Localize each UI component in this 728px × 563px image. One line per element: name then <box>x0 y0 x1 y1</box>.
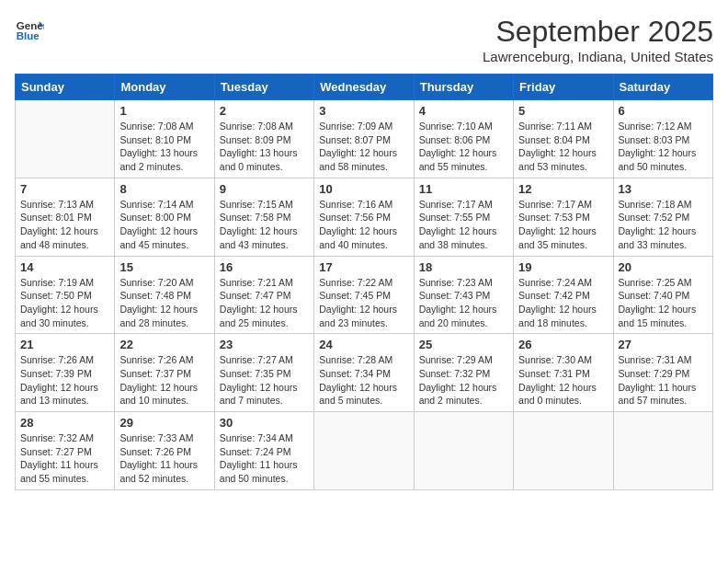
weekday-header-thursday: Thursday <box>414 75 513 100</box>
calendar-cell <box>16 100 115 178</box>
calendar-cell: 30Sunrise: 7:34 AM Sunset: 7:24 PM Dayli… <box>214 412 313 490</box>
day-info: Sunrise: 7:13 AM Sunset: 8:01 PM Dayligh… <box>20 198 109 252</box>
day-info: Sunrise: 7:20 AM Sunset: 7:48 PM Dayligh… <box>119 276 209 330</box>
calendar-cell: 17Sunrise: 7:22 AM Sunset: 7:45 PM Dayli… <box>314 256 414 334</box>
day-info: Sunrise: 7:18 AM Sunset: 7:52 PM Dayligh… <box>619 198 708 252</box>
calendar-cell: 21Sunrise: 7:26 AM Sunset: 7:39 PM Dayli… <box>16 334 115 412</box>
day-info: Sunrise: 7:09 AM Sunset: 8:07 PM Dayligh… <box>319 120 408 174</box>
calendar-cell: 12Sunrise: 7:17 AM Sunset: 7:53 PM Dayli… <box>514 178 613 256</box>
day-number: 19 <box>518 260 608 274</box>
svg-text:Blue: Blue <box>17 30 40 41</box>
day-info: Sunrise: 7:21 AM Sunset: 7:47 PM Dayligh… <box>220 276 309 330</box>
day-info: Sunrise: 7:24 AM Sunset: 7:42 PM Dayligh… <box>518 276 608 330</box>
calendar-cell <box>514 412 613 490</box>
day-number: 2 <box>220 104 309 118</box>
day-number: 7 <box>20 182 109 196</box>
calendar-cell <box>613 412 712 490</box>
day-number: 11 <box>419 182 508 196</box>
calendar-cell <box>414 412 513 490</box>
day-number: 8 <box>119 182 209 196</box>
day-number: 21 <box>20 338 109 351</box>
weekday-header-sunday: Sunday <box>16 75 115 100</box>
day-number: 9 <box>220 182 309 196</box>
title-block: September 2025 Lawrenceburg, Indiana, Un… <box>483 15 713 64</box>
day-number: 15 <box>119 260 209 274</box>
day-number: 6 <box>619 104 708 118</box>
calendar-cell: 18Sunrise: 7:23 AM Sunset: 7:43 PM Dayli… <box>414 256 513 334</box>
weekday-header-saturday: Saturday <box>613 75 712 100</box>
day-number: 20 <box>619 260 708 274</box>
day-number: 16 <box>220 260 309 274</box>
calendar-cell: 24Sunrise: 7:28 AM Sunset: 7:34 PM Dayli… <box>314 334 414 412</box>
day-number: 14 <box>20 260 109 274</box>
day-info: Sunrise: 7:22 AM Sunset: 7:45 PM Dayligh… <box>319 276 408 330</box>
calendar-cell: 3Sunrise: 7:09 AM Sunset: 8:07 PM Daylig… <box>314 100 414 178</box>
calendar-week-row: 1Sunrise: 7:08 AM Sunset: 8:10 PM Daylig… <box>16 100 713 178</box>
calendar-cell <box>314 412 414 490</box>
calendar-cell: 27Sunrise: 7:31 AM Sunset: 7:29 PM Dayli… <box>613 334 712 412</box>
calendar-cell: 23Sunrise: 7:27 AM Sunset: 7:35 PM Dayli… <box>214 334 313 412</box>
day-info: Sunrise: 7:27 AM Sunset: 7:35 PM Dayligh… <box>220 353 309 408</box>
calendar-week-row: 28Sunrise: 7:32 AM Sunset: 7:27 PM Dayli… <box>16 412 713 490</box>
day-number: 3 <box>319 104 408 118</box>
day-info: Sunrise: 7:26 AM Sunset: 7:39 PM Dayligh… <box>20 353 109 408</box>
page-header: General Blue September 2025 Lawrenceburg… <box>15 15 713 64</box>
day-info: Sunrise: 7:10 AM Sunset: 8:06 PM Dayligh… <box>419 120 508 174</box>
day-info: Sunrise: 7:17 AM Sunset: 7:55 PM Dayligh… <box>419 198 508 252</box>
calendar-week-row: 7Sunrise: 7:13 AM Sunset: 8:01 PM Daylig… <box>16 178 713 256</box>
weekday-header-monday: Monday <box>115 75 214 100</box>
day-info: Sunrise: 7:25 AM Sunset: 7:40 PM Dayligh… <box>619 276 708 330</box>
day-info: Sunrise: 7:19 AM Sunset: 7:50 PM Dayligh… <box>20 276 109 330</box>
logo: General Blue <box>15 15 44 44</box>
day-number: 13 <box>619 182 708 196</box>
calendar-cell: 4Sunrise: 7:10 AM Sunset: 8:06 PM Daylig… <box>414 100 513 178</box>
weekday-header-wednesday: Wednesday <box>314 75 414 100</box>
calendar-cell: 29Sunrise: 7:33 AM Sunset: 7:26 PM Dayli… <box>115 412 214 490</box>
day-number: 27 <box>619 338 708 351</box>
day-number: 12 <box>518 182 608 196</box>
calendar-table: SundayMondayTuesdayWednesdayThursdayFrid… <box>15 74 713 490</box>
calendar-header-row: SundayMondayTuesdayWednesdayThursdayFrid… <box>16 75 713 100</box>
logo-icon: General Blue <box>15 15 44 44</box>
calendar-cell: 8Sunrise: 7:14 AM Sunset: 8:00 PM Daylig… <box>115 178 214 256</box>
day-info: Sunrise: 7:08 AM Sunset: 8:09 PM Dayligh… <box>220 120 309 174</box>
day-number: 5 <box>518 104 608 118</box>
calendar-cell: 14Sunrise: 7:19 AM Sunset: 7:50 PM Dayli… <box>16 256 115 334</box>
day-number: 1 <box>119 104 209 118</box>
calendar-week-row: 14Sunrise: 7:19 AM Sunset: 7:50 PM Dayli… <box>16 256 713 334</box>
calendar-cell: 16Sunrise: 7:21 AM Sunset: 7:47 PM Dayli… <box>214 256 313 334</box>
calendar-cell: 19Sunrise: 7:24 AM Sunset: 7:42 PM Dayli… <box>514 256 613 334</box>
day-info: Sunrise: 7:17 AM Sunset: 7:53 PM Dayligh… <box>518 198 608 252</box>
day-info: Sunrise: 7:11 AM Sunset: 8:04 PM Dayligh… <box>518 120 608 174</box>
day-number: 26 <box>518 338 608 351</box>
calendar-cell: 26Sunrise: 7:30 AM Sunset: 7:31 PM Dayli… <box>514 334 613 412</box>
calendar-cell: 25Sunrise: 7:29 AM Sunset: 7:32 PM Dayli… <box>414 334 513 412</box>
day-info: Sunrise: 7:14 AM Sunset: 8:00 PM Dayligh… <box>119 198 209 252</box>
weekday-header-friday: Friday <box>514 75 613 100</box>
day-number: 25 <box>419 338 508 351</box>
calendar-cell: 2Sunrise: 7:08 AM Sunset: 8:09 PM Daylig… <box>214 100 313 178</box>
day-info: Sunrise: 7:33 AM Sunset: 7:26 PM Dayligh… <box>119 431 209 486</box>
calendar-cell: 13Sunrise: 7:18 AM Sunset: 7:52 PM Dayli… <box>613 178 712 256</box>
calendar-cell: 6Sunrise: 7:12 AM Sunset: 8:03 PM Daylig… <box>613 100 712 178</box>
day-info: Sunrise: 7:31 AM Sunset: 7:29 PM Dayligh… <box>619 353 708 408</box>
day-info: Sunrise: 7:34 AM Sunset: 7:24 PM Dayligh… <box>220 431 309 486</box>
calendar-cell: 11Sunrise: 7:17 AM Sunset: 7:55 PM Dayli… <box>414 178 513 256</box>
day-number: 30 <box>220 416 309 430</box>
day-info: Sunrise: 7:12 AM Sunset: 8:03 PM Dayligh… <box>619 120 708 174</box>
day-info: Sunrise: 7:32 AM Sunset: 7:27 PM Dayligh… <box>20 431 109 486</box>
calendar-week-row: 21Sunrise: 7:26 AM Sunset: 7:39 PM Dayli… <box>16 334 713 412</box>
day-number: 29 <box>119 416 209 430</box>
day-info: Sunrise: 7:30 AM Sunset: 7:31 PM Dayligh… <box>518 353 608 408</box>
day-info: Sunrise: 7:08 AM Sunset: 8:10 PM Dayligh… <box>119 120 209 174</box>
calendar-cell: 28Sunrise: 7:32 AM Sunset: 7:27 PM Dayli… <box>16 412 115 490</box>
calendar-cell: 7Sunrise: 7:13 AM Sunset: 8:01 PM Daylig… <box>16 178 115 256</box>
calendar-cell: 10Sunrise: 7:16 AM Sunset: 7:56 PM Dayli… <box>314 178 414 256</box>
day-number: 4 <box>419 104 508 118</box>
day-number: 22 <box>119 338 209 351</box>
day-number: 17 <box>319 260 408 274</box>
calendar-cell: 1Sunrise: 7:08 AM Sunset: 8:10 PM Daylig… <box>115 100 214 178</box>
calendar-cell: 5Sunrise: 7:11 AM Sunset: 8:04 PM Daylig… <box>514 100 613 178</box>
day-info: Sunrise: 7:29 AM Sunset: 7:32 PM Dayligh… <box>419 353 508 408</box>
month-title: September 2025 <box>483 15 713 49</box>
